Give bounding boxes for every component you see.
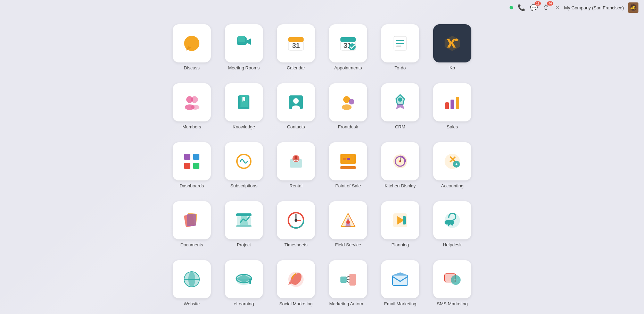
website-icon bbox=[173, 260, 211, 298]
app-item-contacts[interactable]: Contacts bbox=[272, 80, 320, 135]
svg-rect-45 bbox=[343, 158, 346, 160]
app-item-sms-marketing[interactable]: ···SMS Marketing bbox=[428, 257, 477, 312]
planning-label: Planning bbox=[391, 242, 409, 248]
calendar-label: Calendar bbox=[287, 65, 305, 71]
svg-rect-36 bbox=[193, 154, 199, 160]
point-of-sale-icon bbox=[329, 142, 367, 180]
svg-point-31 bbox=[398, 97, 402, 102]
svg-rect-32 bbox=[445, 102, 449, 109]
svg-rect-61 bbox=[236, 213, 251, 216]
app-item-sales[interactable]: Sales bbox=[428, 80, 477, 135]
app-item-dashboards[interactable]: Dashboards bbox=[167, 139, 216, 194]
app-item-knowledge[interactable]: Knowledge bbox=[220, 80, 268, 135]
chat-badge-container[interactable]: 💬 12 bbox=[530, 3, 538, 12]
crm-icon bbox=[381, 83, 419, 121]
app-item-rental[interactable]: Rental bbox=[272, 139, 320, 194]
svg-text:···: ··· bbox=[454, 277, 458, 283]
app-item-marketing-autom[interactable]: Marketing Autom... bbox=[324, 257, 372, 312]
app-item-accounting[interactable]: ✕●Accounting bbox=[428, 139, 477, 194]
app-item-meeting-rooms[interactable]: Meeting Rooms bbox=[220, 21, 268, 76]
app-item-calendar[interactable]: 31Calendar bbox=[272, 21, 320, 76]
svg-rect-58 bbox=[187, 214, 196, 226]
sms-marketing-icon: ··· bbox=[433, 260, 471, 298]
social-marketing-icon bbox=[277, 260, 315, 298]
app-item-kp[interactable]: Kp bbox=[428, 21, 477, 76]
svg-rect-37 bbox=[184, 163, 190, 169]
discuss-icon bbox=[173, 24, 211, 62]
svg-rect-82 bbox=[349, 274, 356, 286]
subscriptions-label: Subscriptions bbox=[230, 183, 257, 189]
meeting-rooms-icon bbox=[225, 24, 263, 62]
rental-icon bbox=[277, 142, 315, 180]
field-service-icon bbox=[329, 201, 367, 239]
svg-rect-34 bbox=[456, 97, 459, 109]
dashboards-label: Dashboards bbox=[180, 183, 204, 189]
app-item-field-service[interactable]: Field Service bbox=[324, 198, 372, 253]
timesheets-icon bbox=[277, 201, 315, 239]
svg-rect-7 bbox=[340, 37, 356, 42]
app-item-planning[interactable]: Planning bbox=[376, 198, 424, 253]
svg-point-66 bbox=[346, 220, 350, 224]
svg-rect-83 bbox=[393, 275, 408, 286]
activity-badge-container[interactable]: ⏱ 46 bbox=[542, 3, 551, 12]
field-service-label: Field Service bbox=[335, 242, 361, 248]
elearning-icon bbox=[225, 260, 263, 298]
frontdesk-icon bbox=[329, 83, 367, 121]
status-dot bbox=[510, 6, 513, 9]
app-item-elearning[interactable]: eLearning bbox=[220, 257, 268, 312]
app-item-documents[interactable]: Documents bbox=[167, 198, 216, 253]
documents-label: Documents bbox=[180, 242, 203, 248]
email-marketing-label: Email Marketing bbox=[384, 301, 416, 307]
accounting-icon: ✕● bbox=[433, 142, 471, 180]
app-item-helpdesk[interactable]: Helpdesk bbox=[428, 198, 477, 253]
close-icon[interactable]: ✕ bbox=[555, 4, 560, 11]
app-item-kitchen-display[interactable]: Kitchen Display bbox=[376, 139, 424, 194]
accounting-label: Accounting bbox=[441, 183, 463, 189]
calendar-icon: 31 bbox=[277, 24, 315, 62]
app-item-website[interactable]: Website bbox=[167, 257, 216, 312]
svg-point-64 bbox=[295, 219, 297, 222]
app-item-project[interactable]: Project bbox=[220, 198, 268, 253]
svg-rect-46 bbox=[347, 158, 350, 160]
kitchen-display-icon bbox=[381, 142, 419, 180]
project-icon bbox=[225, 201, 263, 239]
kp-icon bbox=[433, 24, 471, 62]
helpdesk-label: Helpdesk bbox=[443, 242, 462, 248]
svg-point-28 bbox=[342, 104, 352, 110]
contacts-label: Contacts bbox=[287, 124, 305, 130]
app-item-appointments[interactable]: 31Appointments bbox=[324, 21, 372, 76]
helpdesk-icon bbox=[433, 201, 471, 239]
svg-rect-35 bbox=[184, 154, 190, 160]
svg-marker-85 bbox=[393, 272, 408, 275]
app-item-timesheets[interactable]: Timesheets bbox=[272, 198, 320, 253]
app-item-discuss[interactable]: Discuss bbox=[167, 21, 216, 76]
planning-icon bbox=[381, 201, 419, 239]
app-item-point-of-sale[interactable]: Point of Sale bbox=[324, 139, 372, 194]
rental-label: Rental bbox=[289, 183, 303, 189]
app-item-todo[interactable]: To-do bbox=[376, 21, 424, 76]
sales-icon bbox=[433, 83, 471, 121]
phone-icon[interactable]: 📞 bbox=[517, 3, 526, 12]
svg-rect-81 bbox=[340, 277, 347, 283]
app-item-members[interactable]: Members bbox=[167, 80, 216, 135]
avatar[interactable]: 🧔 bbox=[628, 2, 638, 13]
svg-rect-69 bbox=[403, 216, 406, 224]
meeting-rooms-label: Meeting Rooms bbox=[228, 65, 259, 71]
app-item-email-marketing[interactable]: Email Marketing bbox=[376, 257, 424, 312]
sms-marketing-label: SMS Marketing bbox=[437, 301, 468, 307]
svg-rect-22 bbox=[240, 95, 241, 107]
company-name[interactable]: My Company (San Francisco) bbox=[564, 5, 624, 10]
app-item-frontdesk[interactable]: Frontdesk bbox=[324, 80, 372, 135]
app-item-social-marketing[interactable]: Social Marketing bbox=[272, 257, 320, 312]
svg-rect-4 bbox=[288, 37, 304, 42]
discuss-label: Discuss bbox=[184, 65, 200, 71]
appointments-label: Appointments bbox=[334, 65, 362, 71]
todo-icon bbox=[381, 24, 419, 62]
app-item-subscriptions[interactable]: Subscriptions bbox=[220, 139, 268, 194]
svg-point-15 bbox=[455, 39, 458, 41]
dashboards-icon bbox=[173, 142, 211, 180]
subscriptions-icon bbox=[225, 142, 263, 180]
knowledge-label: Knowledge bbox=[233, 124, 255, 130]
app-item-crm[interactable]: CRM bbox=[376, 80, 424, 135]
marketing-autom-icon bbox=[329, 260, 367, 298]
